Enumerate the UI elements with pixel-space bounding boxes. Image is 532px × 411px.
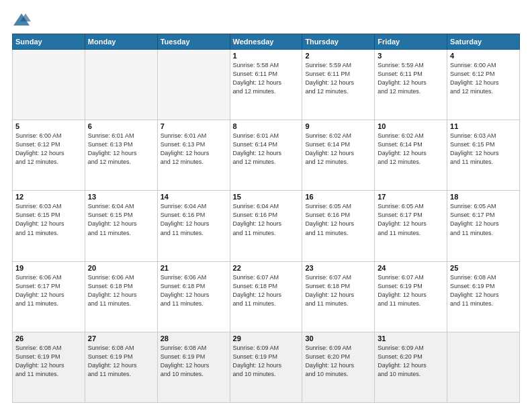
calendar-cell: 8Sunrise: 6:01 AM Sunset: 6:14 PM Daylig… bbox=[230, 120, 302, 191]
day-info: Sunrise: 6:00 AM Sunset: 6:12 PM Dayligh… bbox=[15, 132, 82, 167]
day-info: Sunrise: 6:07 AM Sunset: 6:19 PM Dayligh… bbox=[378, 273, 444, 308]
day-number: 3 bbox=[378, 52, 444, 60]
day-info: Sunrise: 6:01 AM Sunset: 6:13 PM Dayligh… bbox=[88, 132, 154, 167]
calendar-table: SundayMondayTuesdayWednesdayThursdayFrid… bbox=[12, 34, 520, 403]
day-number: 10 bbox=[378, 122, 444, 130]
calendar-cell: 29Sunrise: 6:09 AM Sunset: 6:19 PM Dayli… bbox=[230, 332, 302, 402]
calendar-cell: 11Sunrise: 6:03 AM Sunset: 6:15 PM Dayli… bbox=[447, 120, 520, 191]
day-number: 24 bbox=[378, 264, 444, 272]
calendar-cell: 10Sunrise: 6:02 AM Sunset: 6:14 PM Dayli… bbox=[375, 120, 447, 191]
day-number: 18 bbox=[450, 193, 517, 201]
calendar-cell: 27Sunrise: 6:08 AM Sunset: 6:19 PM Dayli… bbox=[85, 332, 157, 402]
day-info: Sunrise: 6:05 AM Sunset: 6:16 PM Dayligh… bbox=[305, 202, 371, 237]
calendar-cell: 24Sunrise: 6:07 AM Sunset: 6:19 PM Dayli… bbox=[375, 261, 447, 332]
weekday-header-wednesday: Wednesday bbox=[230, 34, 302, 50]
calendar-cell bbox=[447, 332, 520, 402]
calendar-cell bbox=[85, 50, 157, 120]
calendar-cell: 9Sunrise: 6:02 AM Sunset: 6:14 PM Daylig… bbox=[302, 120, 375, 191]
calendar-cell: 1Sunrise: 5:58 AM Sunset: 6:11 PM Daylig… bbox=[230, 50, 302, 120]
logo-icon bbox=[12, 12, 31, 27]
calendar-cell: 28Sunrise: 6:08 AM Sunset: 6:19 PM Dayli… bbox=[157, 332, 230, 402]
calendar-cell: 22Sunrise: 6:07 AM Sunset: 6:18 PM Dayli… bbox=[230, 261, 302, 332]
day-number: 9 bbox=[305, 122, 371, 130]
weekday-header-monday: Monday bbox=[85, 34, 157, 50]
calendar-cell: 15Sunrise: 6:04 AM Sunset: 6:16 PM Dayli… bbox=[230, 191, 302, 261]
day-info: Sunrise: 6:03 AM Sunset: 6:15 PM Dayligh… bbox=[450, 132, 517, 167]
calendar-cell: 18Sunrise: 6:05 AM Sunset: 6:17 PM Dayli… bbox=[447, 191, 520, 261]
day-number: 19 bbox=[15, 264, 82, 272]
day-number: 22 bbox=[233, 264, 300, 272]
calendar-cell: 5Sunrise: 6:00 AM Sunset: 6:12 PM Daylig… bbox=[13, 120, 85, 191]
calendar-cell: 13Sunrise: 6:04 AM Sunset: 6:15 PM Dayli… bbox=[85, 191, 157, 261]
day-number: 1 bbox=[233, 52, 300, 60]
day-number: 17 bbox=[378, 193, 444, 201]
calendar-cell: 17Sunrise: 6:05 AM Sunset: 6:17 PM Dayli… bbox=[375, 191, 447, 261]
day-number: 30 bbox=[305, 334, 371, 342]
day-number: 23 bbox=[305, 264, 371, 272]
day-info: Sunrise: 6:06 AM Sunset: 6:17 PM Dayligh… bbox=[15, 273, 82, 308]
calendar-week-5: 26Sunrise: 6:08 AM Sunset: 6:19 PM Dayli… bbox=[13, 332, 520, 402]
day-number: 26 bbox=[15, 334, 82, 342]
calendar-cell: 4Sunrise: 6:00 AM Sunset: 6:12 PM Daylig… bbox=[447, 50, 520, 120]
day-number: 28 bbox=[161, 334, 227, 342]
day-info: Sunrise: 6:05 AM Sunset: 6:17 PM Dayligh… bbox=[450, 202, 517, 237]
day-info: Sunrise: 6:07 AM Sunset: 6:18 PM Dayligh… bbox=[305, 273, 371, 308]
calendar-week-3: 12Sunrise: 6:03 AM Sunset: 6:15 PM Dayli… bbox=[13, 191, 520, 261]
day-info: Sunrise: 6:09 AM Sunset: 6:20 PM Dayligh… bbox=[378, 344, 444, 379]
day-info: Sunrise: 6:04 AM Sunset: 6:16 PM Dayligh… bbox=[161, 202, 227, 237]
calendar-week-4: 19Sunrise: 6:06 AM Sunset: 6:17 PM Dayli… bbox=[13, 261, 520, 332]
day-info: Sunrise: 5:59 AM Sunset: 6:11 PM Dayligh… bbox=[305, 61, 371, 96]
weekday-header-saturday: Saturday bbox=[447, 34, 520, 50]
day-number: 27 bbox=[88, 334, 154, 342]
day-number: 25 bbox=[450, 264, 517, 272]
calendar-cell: 21Sunrise: 6:06 AM Sunset: 6:18 PM Dayli… bbox=[157, 261, 230, 332]
weekday-header-row: SundayMondayTuesdayWednesdayThursdayFrid… bbox=[13, 34, 520, 50]
calendar-cell: 23Sunrise: 6:07 AM Sunset: 6:18 PM Dayli… bbox=[302, 261, 375, 332]
logo bbox=[12, 12, 34, 27]
calendar-cell: 2Sunrise: 5:59 AM Sunset: 6:11 PM Daylig… bbox=[302, 50, 375, 120]
calendar-cell: 7Sunrise: 6:01 AM Sunset: 6:13 PM Daylig… bbox=[157, 120, 230, 191]
calendar-cell: 16Sunrise: 6:05 AM Sunset: 6:16 PM Dayli… bbox=[302, 191, 375, 261]
day-number: 8 bbox=[233, 122, 300, 130]
calendar-cell: 14Sunrise: 6:04 AM Sunset: 6:16 PM Dayli… bbox=[157, 191, 230, 261]
day-info: Sunrise: 6:06 AM Sunset: 6:18 PM Dayligh… bbox=[161, 273, 227, 308]
day-info: Sunrise: 6:01 AM Sunset: 6:13 PM Dayligh… bbox=[161, 132, 227, 167]
day-info: Sunrise: 6:07 AM Sunset: 6:18 PM Dayligh… bbox=[233, 273, 300, 308]
calendar-cell: 30Sunrise: 6:09 AM Sunset: 6:20 PM Dayli… bbox=[302, 332, 375, 402]
day-info: Sunrise: 6:03 AM Sunset: 6:15 PM Dayligh… bbox=[15, 202, 82, 237]
calendar-cell: 12Sunrise: 6:03 AM Sunset: 6:15 PM Dayli… bbox=[13, 191, 85, 261]
day-info: Sunrise: 6:08 AM Sunset: 6:19 PM Dayligh… bbox=[88, 344, 154, 379]
day-info: Sunrise: 6:05 AM Sunset: 6:17 PM Dayligh… bbox=[378, 202, 444, 237]
weekday-header-sunday: Sunday bbox=[13, 34, 85, 50]
day-number: 12 bbox=[15, 193, 82, 201]
calendar-cell bbox=[157, 50, 230, 120]
day-number: 5 bbox=[15, 122, 82, 130]
calendar-cell bbox=[13, 50, 85, 120]
day-info: Sunrise: 6:04 AM Sunset: 6:15 PM Dayligh… bbox=[88, 202, 154, 237]
day-number: 4 bbox=[450, 52, 517, 60]
day-info: Sunrise: 6:02 AM Sunset: 6:14 PM Dayligh… bbox=[305, 132, 371, 167]
calendar-cell: 26Sunrise: 6:08 AM Sunset: 6:19 PM Dayli… bbox=[13, 332, 85, 402]
day-number: 7 bbox=[161, 122, 227, 130]
day-info: Sunrise: 5:58 AM Sunset: 6:11 PM Dayligh… bbox=[233, 61, 300, 96]
weekday-header-friday: Friday bbox=[375, 34, 447, 50]
day-number: 6 bbox=[88, 122, 154, 130]
calendar-cell: 25Sunrise: 6:08 AM Sunset: 6:19 PM Dayli… bbox=[447, 261, 520, 332]
calendar-cell: 19Sunrise: 6:06 AM Sunset: 6:17 PM Dayli… bbox=[13, 261, 85, 332]
day-info: Sunrise: 6:08 AM Sunset: 6:19 PM Dayligh… bbox=[161, 344, 227, 379]
weekday-header-tuesday: Tuesday bbox=[157, 34, 230, 50]
day-info: Sunrise: 6:09 AM Sunset: 6:19 PM Dayligh… bbox=[233, 344, 300, 379]
calendar-cell: 20Sunrise: 6:06 AM Sunset: 6:18 PM Dayli… bbox=[85, 261, 157, 332]
calendar-cell: 6Sunrise: 6:01 AM Sunset: 6:13 PM Daylig… bbox=[85, 120, 157, 191]
calendar-week-2: 5Sunrise: 6:00 AM Sunset: 6:12 PM Daylig… bbox=[13, 120, 520, 191]
page: SundayMondayTuesdayWednesdayThursdayFrid… bbox=[0, 0, 532, 411]
day-number: 2 bbox=[305, 52, 371, 60]
day-info: Sunrise: 6:00 AM Sunset: 6:12 PM Dayligh… bbox=[450, 61, 517, 96]
calendar-cell: 31Sunrise: 6:09 AM Sunset: 6:20 PM Dayli… bbox=[375, 332, 447, 402]
day-number: 15 bbox=[233, 193, 300, 201]
day-info: Sunrise: 6:04 AM Sunset: 6:16 PM Dayligh… bbox=[233, 202, 300, 237]
day-number: 16 bbox=[305, 193, 371, 201]
day-info: Sunrise: 6:08 AM Sunset: 6:19 PM Dayligh… bbox=[15, 344, 82, 379]
day-info: Sunrise: 6:08 AM Sunset: 6:19 PM Dayligh… bbox=[450, 273, 517, 308]
day-number: 20 bbox=[88, 264, 154, 272]
